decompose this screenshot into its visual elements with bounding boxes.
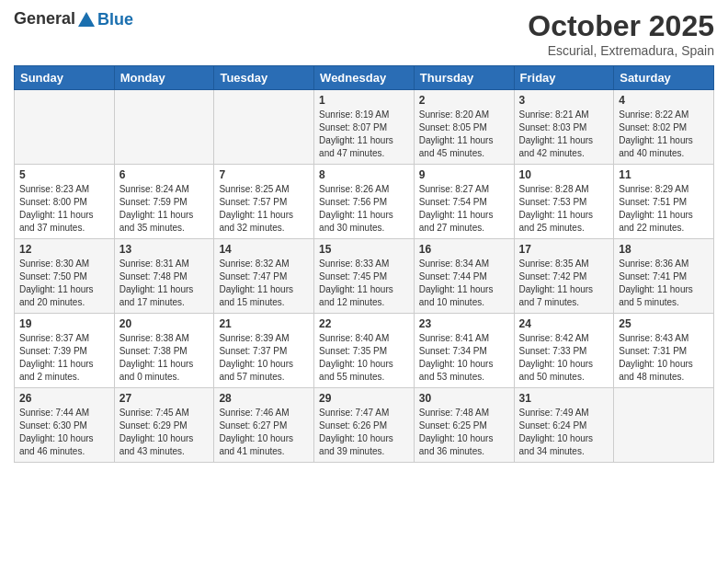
- day-number: 16: [419, 243, 509, 256]
- calendar-cell: 9Sunrise: 8:27 AMSunset: 7:54 PMDaylight…: [414, 165, 514, 239]
- day-info: Sunrise: 8:25 AMSunset: 7:57 PMDaylight:…: [219, 183, 309, 235]
- calendar-cell: 30Sunrise: 7:48 AMSunset: 6:25 PMDayligh…: [414, 388, 514, 463]
- day-info: Sunrise: 8:31 AMSunset: 7:48 PMDaylight:…: [119, 258, 210, 309]
- col-wednesday: Wednesday: [314, 66, 415, 90]
- calendar-cell: 18Sunrise: 8:36 AMSunset: 7:41 PMDayligh…: [614, 239, 714, 314]
- day-number: 8: [319, 168, 409, 181]
- day-info: Sunrise: 8:43 AMSunset: 7:31 PMDaylight:…: [619, 332, 709, 384]
- day-number: 28: [219, 392, 309, 405]
- day-number: 31: [519, 392, 609, 405]
- calendar-cell: 25Sunrise: 8:43 AMSunset: 7:31 PMDayligh…: [614, 314, 714, 388]
- calendar-cell: 5Sunrise: 8:23 AMSunset: 8:00 PMDaylight…: [15, 165, 115, 239]
- calendar-cell: 8Sunrise: 8:26 AMSunset: 7:56 PMDaylight…: [314, 165, 415, 239]
- day-info: Sunrise: 8:33 AMSunset: 7:45 PMDaylight:…: [319, 258, 409, 309]
- calendar-header-row: Sunday Monday Tuesday Wednesday Thursday…: [15, 66, 714, 90]
- day-info: Sunrise: 7:46 AMSunset: 6:27 PMDaylight:…: [219, 407, 309, 458]
- calendar-cell: 11Sunrise: 8:29 AMSunset: 7:51 PMDayligh…: [614, 165, 714, 239]
- calendar-week-4: 19Sunrise: 8:37 AMSunset: 7:39 PMDayligh…: [15, 314, 714, 388]
- calendar-cell: 4Sunrise: 8:22 AMSunset: 8:02 PMDaylight…: [614, 90, 714, 165]
- calendar-cell: 28Sunrise: 7:46 AMSunset: 6:27 PMDayligh…: [214, 388, 314, 463]
- calendar-cell: 22Sunrise: 8:40 AMSunset: 7:35 PMDayligh…: [314, 314, 415, 388]
- day-info: Sunrise: 7:44 AMSunset: 6:30 PMDaylight:…: [19, 407, 109, 458]
- title-block: October 2025 Escurial, Extremadura, Spai…: [528, 9, 714, 58]
- day-number: 12: [19, 243, 109, 256]
- svg-marker-0: [78, 12, 95, 27]
- page-container: General Blue October 2025 Escurial, Extr…: [0, 0, 728, 472]
- day-number: 30: [419, 392, 509, 405]
- calendar-cell: 13Sunrise: 8:31 AMSunset: 7:48 PMDayligh…: [114, 239, 214, 314]
- calendar-table: Sunday Monday Tuesday Wednesday Thursday…: [14, 65, 714, 463]
- calendar-cell: [114, 90, 214, 165]
- calendar-cell: 15Sunrise: 8:33 AMSunset: 7:45 PMDayligh…: [314, 239, 415, 314]
- day-info: Sunrise: 7:49 AMSunset: 6:24 PMDaylight:…: [519, 407, 609, 458]
- day-number: 2: [419, 94, 509, 107]
- calendar-week-5: 26Sunrise: 7:44 AMSunset: 6:30 PMDayligh…: [15, 388, 714, 463]
- calendar-cell: 2Sunrise: 8:20 AMSunset: 8:05 PMDaylight…: [414, 90, 514, 165]
- calendar-cell: [614, 388, 714, 463]
- day-number: 24: [519, 317, 609, 330]
- calendar-week-2: 5Sunrise: 8:23 AMSunset: 8:00 PMDaylight…: [15, 165, 714, 239]
- calendar-cell: 12Sunrise: 8:30 AMSunset: 7:50 PMDayligh…: [15, 239, 115, 314]
- calendar-cell: 19Sunrise: 8:37 AMSunset: 7:39 PMDayligh…: [15, 314, 115, 388]
- logo-general: General: [14, 9, 75, 28]
- day-info: Sunrise: 8:42 AMSunset: 7:33 PMDaylight:…: [519, 332, 609, 384]
- day-info: Sunrise: 7:48 AMSunset: 6:25 PMDaylight:…: [419, 407, 509, 458]
- logo: General Blue: [14, 9, 133, 30]
- day-number: 17: [519, 243, 609, 256]
- calendar-cell: 17Sunrise: 8:35 AMSunset: 7:42 PMDayligh…: [514, 239, 614, 314]
- day-number: 5: [19, 168, 109, 181]
- day-info: Sunrise: 8:23 AMSunset: 8:00 PMDaylight:…: [19, 183, 109, 235]
- day-info: Sunrise: 7:45 AMSunset: 6:29 PMDaylight:…: [119, 407, 210, 458]
- day-info: Sunrise: 8:19 AMSunset: 8:07 PMDaylight:…: [319, 109, 409, 160]
- day-info: Sunrise: 8:27 AMSunset: 7:54 PMDaylight:…: [419, 183, 509, 235]
- day-number: 21: [219, 317, 309, 330]
- day-number: 7: [219, 168, 309, 181]
- header: General Blue October 2025 Escurial, Extr…: [14, 9, 714, 58]
- day-number: 27: [119, 392, 210, 405]
- day-number: 18: [619, 243, 709, 256]
- day-number: 20: [119, 317, 210, 330]
- day-info: Sunrise: 8:29 AMSunset: 7:51 PMDaylight:…: [619, 183, 709, 235]
- day-info: Sunrise: 8:30 AMSunset: 7:50 PMDaylight:…: [19, 258, 109, 309]
- day-number: 25: [619, 317, 709, 330]
- col-monday: Monday: [114, 66, 214, 90]
- calendar-cell: 27Sunrise: 7:45 AMSunset: 6:29 PMDayligh…: [114, 388, 214, 463]
- calendar-cell: 24Sunrise: 8:42 AMSunset: 7:33 PMDayligh…: [514, 314, 614, 388]
- logo-icon: [76, 10, 97, 30]
- day-info: Sunrise: 8:28 AMSunset: 7:53 PMDaylight:…: [519, 183, 609, 235]
- calendar-cell: 16Sunrise: 8:34 AMSunset: 7:44 PMDayligh…: [414, 239, 514, 314]
- day-info: Sunrise: 8:21 AMSunset: 8:03 PMDaylight:…: [519, 109, 609, 160]
- day-number: 22: [319, 317, 409, 330]
- col-saturday: Saturday: [614, 66, 714, 90]
- calendar-cell: 29Sunrise: 7:47 AMSunset: 6:26 PMDayligh…: [314, 388, 415, 463]
- day-info: Sunrise: 8:24 AMSunset: 7:59 PMDaylight:…: [119, 183, 210, 235]
- col-friday: Friday: [514, 66, 614, 90]
- calendar-cell: 10Sunrise: 8:28 AMSunset: 7:53 PMDayligh…: [514, 165, 614, 239]
- day-info: Sunrise: 8:20 AMSunset: 8:05 PMDaylight:…: [419, 109, 509, 160]
- day-info: Sunrise: 7:47 AMSunset: 6:26 PMDaylight:…: [319, 407, 409, 458]
- day-info: Sunrise: 8:26 AMSunset: 7:56 PMDaylight:…: [319, 183, 409, 235]
- day-number: 3: [519, 94, 609, 107]
- day-number: 23: [419, 317, 509, 330]
- day-info: Sunrise: 8:38 AMSunset: 7:38 PMDaylight:…: [119, 332, 210, 384]
- col-tuesday: Tuesday: [214, 66, 314, 90]
- calendar-cell: 23Sunrise: 8:41 AMSunset: 7:34 PMDayligh…: [414, 314, 514, 388]
- day-info: Sunrise: 8:39 AMSunset: 7:37 PMDaylight:…: [219, 332, 309, 384]
- day-number: 14: [219, 243, 309, 256]
- day-info: Sunrise: 8:22 AMSunset: 8:02 PMDaylight:…: [619, 109, 709, 160]
- calendar-cell: 7Sunrise: 8:25 AMSunset: 7:57 PMDaylight…: [214, 165, 314, 239]
- day-info: Sunrise: 8:37 AMSunset: 7:39 PMDaylight:…: [19, 332, 109, 384]
- day-number: 11: [619, 168, 709, 181]
- calendar-cell: 14Sunrise: 8:32 AMSunset: 7:47 PMDayligh…: [214, 239, 314, 314]
- day-number: 29: [319, 392, 409, 405]
- day-info: Sunrise: 8:34 AMSunset: 7:44 PMDaylight:…: [419, 258, 509, 309]
- calendar-cell: 6Sunrise: 8:24 AMSunset: 7:59 PMDaylight…: [114, 165, 214, 239]
- calendar-cell: [15, 90, 115, 165]
- day-number: 9: [419, 168, 509, 181]
- day-number: 19: [19, 317, 109, 330]
- day-info: Sunrise: 8:41 AMSunset: 7:34 PMDaylight:…: [419, 332, 509, 384]
- day-number: 10: [519, 168, 609, 181]
- col-thursday: Thursday: [414, 66, 514, 90]
- day-info: Sunrise: 8:32 AMSunset: 7:47 PMDaylight:…: [219, 258, 309, 309]
- day-info: Sunrise: 8:35 AMSunset: 7:42 PMDaylight:…: [519, 258, 609, 309]
